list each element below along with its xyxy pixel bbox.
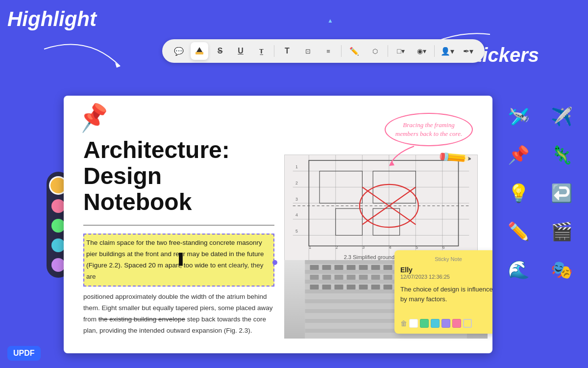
sticky-note-content: The choice of design is influenced by ma… — [400, 285, 492, 314]
cursor-indicator: ▌ — [179, 253, 187, 265]
sticky-color-purple[interactable] — [441, 319, 450, 328]
document-body-text: positioned approximately double the widt… — [83, 291, 274, 337]
svg-rect-2 — [196, 52, 203, 54]
highlight-anchor-dot — [272, 260, 277, 265]
svg-text:3: 3 — [362, 245, 365, 250]
svg-rect-76 — [384, 285, 392, 289]
svg-rect-59 — [322, 275, 331, 280]
sticky-note-footer: 🗑 — [400, 319, 492, 328]
svg-rect-52 — [384, 265, 392, 270]
toolbar-divider-4 — [434, 45, 435, 57]
svg-rect-30 — [336, 209, 363, 236]
svg-rect-72 — [335, 285, 343, 289]
sticker-arrow-turn[interactable]: ↩️ — [545, 176, 579, 210]
svg-text:4: 4 — [295, 212, 298, 217]
svg-text:1: 1 — [295, 164, 298, 169]
color-cyan[interactable] — [51, 238, 65, 252]
sticky-note-date: 12/07/2023 12:36:25 — [400, 274, 492, 280]
svg-marker-3 — [196, 47, 202, 52]
svg-text:3: 3 — [295, 197, 298, 202]
svg-rect-31 — [373, 209, 400, 236]
bubble-arrow — [385, 144, 424, 168]
toolbar-highlight-btn[interactable] — [191, 42, 208, 60]
sticker-lightbulb[interactable]: 💡 — [501, 176, 536, 210]
toolbar-divider-2 — [341, 45, 342, 57]
svg-rect-48 — [335, 265, 343, 270]
svg-rect-47 — [322, 265, 331, 270]
toolbar-person-btn[interactable]: 👤▾ — [439, 42, 456, 60]
sticky-delete-btn[interactable]: 🗑 — [400, 319, 407, 327]
sticker-wave[interactable]: 🌊 — [501, 253, 536, 287]
highlighted-text-content: The claim space for the two free-standin… — [86, 239, 264, 280]
toolbar-signature-btn[interactable]: ✒▾ — [459, 42, 477, 60]
toolbar-text-btn[interactable]: T — [278, 42, 296, 60]
sticker-extra[interactable]: 🎭 — [545, 253, 579, 287]
svg-rect-71 — [322, 285, 331, 289]
sticky-color-green[interactable] — [420, 319, 429, 328]
sticky-color-blue[interactable] — [431, 319, 440, 328]
toolbar-fill-btn[interactable]: ◉▾ — [413, 42, 430, 60]
document-divider — [83, 225, 274, 226]
sticky-note-user: Elly — [400, 266, 492, 274]
document-right-column: Bracing the framing members back to the … — [284, 110, 478, 339]
stickers-panel: 🛩️ ✈️ 📌 🦎 💡 ↩️ ✏️ 🎬 🌊 🎭 — [497, 96, 588, 353]
toolbar-area: 💬 S U T̲ T ⊡ ≡ ✏️ ⬡ □▾ ◉▾ 👤▾ ✒▾ — [69, 39, 578, 63]
toolbar-underline-btn[interactable]: U — [232, 42, 249, 60]
svg-rect-70 — [310, 285, 319, 289]
toolbar-pencil-btn[interactable]: ✏️ — [345, 42, 363, 60]
svg-rect-60 — [335, 275, 343, 280]
sticker-clapperboard[interactable]: 🎬 — [545, 214, 579, 249]
svg-text:6: 6 — [442, 245, 445, 250]
svg-rect-50 — [359, 265, 368, 270]
toolbar-divider-1 — [274, 45, 274, 57]
triangle-decoration: ▲ — [327, 17, 333, 24]
svg-rect-58 — [310, 275, 319, 280]
svg-rect-61 — [347, 275, 356, 280]
svg-text:2: 2 — [336, 245, 338, 250]
document-area: 📌 Architecture: Design Notebook The clai… — [64, 96, 492, 353]
annotation-bubble: Bracing the framing members back to the … — [385, 113, 473, 146]
svg-text:4: 4 — [389, 245, 392, 250]
svg-rect-62 — [359, 275, 368, 280]
sticker-paper-plane-outline[interactable]: ✈️ — [545, 100, 579, 134]
highlight-label: Highlight — [7, 7, 97, 31]
bubble-text-content: Bracing the framing members back to the … — [385, 113, 473, 146]
sticky-color-white[interactable] — [409, 319, 418, 328]
svg-rect-64 — [384, 275, 392, 280]
sticker-lizard[interactable]: 🦎 — [545, 138, 579, 172]
toolbar-comment-btn[interactable]: 💬 — [170, 42, 188, 60]
annotation-toolbar: 💬 S U T̲ T ⊡ ≡ ✏️ ⬡ □▾ ◉▾ 👤▾ ✒▾ — [162, 39, 485, 63]
toolbar-stamp-btn[interactable]: ⬡ — [366, 42, 384, 60]
color-green[interactable] — [51, 219, 65, 233]
toolbar-divider-3 — [388, 45, 388, 57]
toolbar-shape-btn[interactable]: □▾ — [392, 42, 410, 60]
strikethrough-text: the existing building envelope — [98, 315, 185, 323]
svg-rect-51 — [371, 265, 380, 270]
color-pink[interactable] — [51, 199, 65, 213]
document-left-column: 📌 Architecture: Design Notebook The clai… — [83, 110, 274, 339]
svg-rect-46 — [310, 265, 319, 270]
sticky-color-yellow[interactable] — [463, 319, 472, 328]
document-title: Architecture: Design Notebook — [83, 137, 274, 215]
svg-rect-49 — [347, 265, 356, 270]
sticker-paper-plane-blue[interactable]: 🛩️ — [501, 100, 536, 134]
sticker-pin-red[interactable]: 📌 — [501, 138, 536, 172]
updf-logo: UPDF — [7, 346, 41, 361]
sticky-note-header: Sticky Note — [400, 256, 492, 262]
pin-sticker: 📌 — [76, 101, 111, 134]
svg-text:2: 2 — [295, 181, 298, 185]
toolbar-strikethrough-btn[interactable]: S — [211, 42, 229, 60]
svg-rect-75 — [371, 285, 380, 289]
svg-rect-73 — [347, 285, 356, 289]
svg-text:5: 5 — [295, 229, 298, 234]
toolbar-squiggly-btn[interactable]: T̲ — [252, 42, 270, 60]
color-purple[interactable] — [51, 258, 65, 272]
toolbar-textbox-btn[interactable]: ⊡ — [299, 42, 317, 60]
sticky-note: Sticky Note Elly 12/07/2023 12:36:25 The… — [394, 250, 492, 334]
sticky-color-pink[interactable] — [452, 319, 461, 328]
sticker-pencil[interactable]: ✏️ — [501, 214, 536, 249]
svg-rect-74 — [359, 285, 368, 289]
toolbar-callout-btn[interactable]: ≡ — [319, 42, 337, 60]
svg-rect-63 — [371, 275, 380, 280]
stickers-grid: 🛩️ ✈️ 📌 🦎 💡 ↩️ ✏️ 🎬 🌊 🎭 — [497, 96, 588, 291]
